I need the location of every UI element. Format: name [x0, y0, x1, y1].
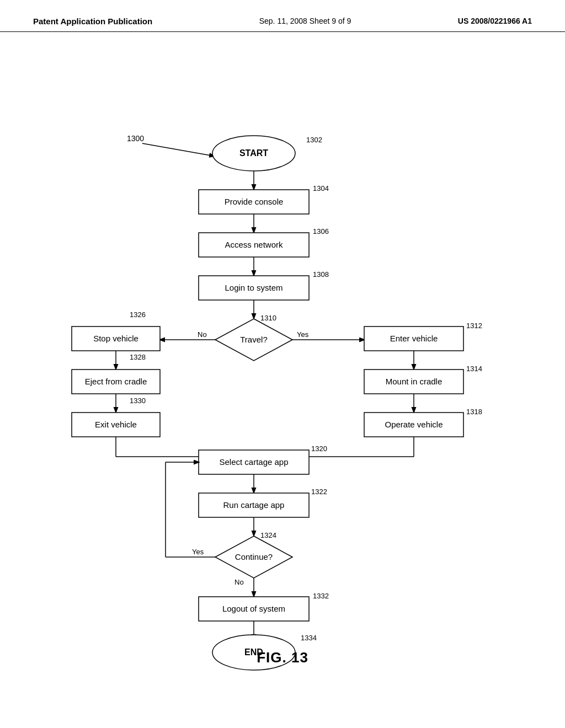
- no2-label: No: [234, 578, 244, 586]
- flowchart-svg: 1300 START 1302 Provide console 1304 Acc…: [0, 38, 565, 677]
- text-1304: Provide console: [225, 197, 284, 206]
- text-1326: Stop vehicle: [93, 334, 138, 343]
- text-1312: Enter vehicle: [390, 334, 438, 343]
- label-1334: 1334: [301, 634, 317, 642]
- text-1310: Travel?: [240, 335, 267, 344]
- label-1328: 1328: [130, 353, 146, 361]
- text-1318: Operate vehicle: [385, 420, 443, 429]
- text-1324: Continue?: [235, 552, 273, 561]
- yes1-label: Yes: [297, 330, 309, 339]
- label-1312: 1312: [466, 322, 482, 330]
- label-1306: 1306: [313, 227, 329, 235]
- text-1322: Run cartage app: [223, 500, 285, 510]
- label-1314: 1314: [466, 365, 482, 373]
- label-1326: 1326: [130, 311, 146, 319]
- label-1310: 1310: [260, 314, 276, 322]
- yes2-label: Yes: [192, 548, 204, 556]
- text-1328: Eject from cradle: [85, 377, 147, 386]
- text-1330: Exit vehicle: [95, 420, 137, 429]
- no1-label: No: [198, 330, 207, 339]
- page-header: Patent Application Publication Sep. 11, …: [0, 0, 565, 32]
- label-1330: 1330: [130, 397, 146, 405]
- header-right: US 2008/0221966 A1: [458, 17, 532, 25]
- label-1300: 1300: [127, 134, 144, 143]
- text-1332: Logout of system: [222, 604, 285, 613]
- label-1332: 1332: [313, 592, 329, 600]
- text-1314: Mount in cradle: [386, 377, 443, 386]
- label-1308: 1308: [313, 270, 329, 279]
- header-left: Patent Application Publication: [33, 17, 152, 26]
- label-1322: 1322: [311, 488, 327, 496]
- header-center: Sep. 11, 2008 Sheet 9 of 9: [259, 17, 351, 25]
- flowchart-diagram: 1300 START 1302 Provide console 1304 Acc…: [0, 38, 565, 677]
- label-1304: 1304: [313, 184, 329, 192]
- text-1306: Access network: [225, 240, 283, 249]
- label-1324: 1324: [260, 531, 276, 539]
- figure-label: FIG. 13: [257, 649, 308, 666]
- label-1302: 1302: [306, 136, 322, 144]
- text-1320: Select cartage app: [219, 457, 288, 467]
- label-1318: 1318: [466, 408, 482, 416]
- start-label: START: [239, 148, 268, 158]
- arrow-1300: [142, 143, 214, 156]
- text-1308: Login to system: [225, 283, 282, 292]
- label-1320: 1320: [311, 445, 327, 453]
